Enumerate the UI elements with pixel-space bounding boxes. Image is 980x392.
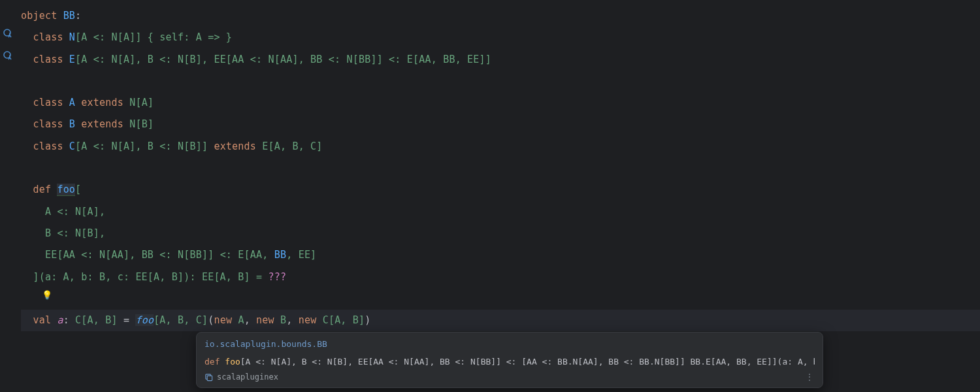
module-icon [204, 373, 213, 382]
method-decl-foo[interactable]: foo [57, 184, 75, 196]
kebab-icon[interactable]: ⋮ [805, 372, 815, 382]
code-line[interactable]: B <: N[B], [21, 223, 980, 244]
code-line[interactable]: def foo[ [21, 179, 980, 201]
bulb-icon[interactable]: 💡 [42, 290, 52, 300]
code-line[interactable]: object BB: [21, 5, 980, 27]
implements-icon[interactable] [2, 27, 14, 39]
svg-rect-3 [207, 376, 212, 380]
code-line[interactable]: A <: N[A], [21, 201, 980, 223]
code-line[interactable]: class N[A <: N[A]] { self: A => } [21, 27, 980, 48]
popup-signature: def foo[A <: N[A], B <: N[B], EE[AA <: N… [204, 357, 815, 367]
code-line[interactable]: ](a: A, b: B, c: EE[A, B]): EE[A, B] = ?… [21, 267, 980, 288]
code-line[interactable]: EE[AA <: N[AA], BB <: N[BB]] <: E[AA, BB… [21, 244, 980, 266]
code-line[interactable]: class A extends N[A] [21, 92, 980, 114]
code-line[interactable]: class E[A <: N[A], B <: N[B], EE[AA <: N… [21, 49, 980, 71]
method-usage-foo[interactable]: foo [135, 314, 154, 326]
code-line[interactable] [21, 288, 980, 310]
popup-package: io.scalaplugin.bounds.BB [204, 339, 815, 349]
quick-doc-popup[interactable]: io.scalaplugin.bounds.BB def foo[A <: N[… [196, 332, 823, 388]
code-line-current[interactable]: val a: C[A, B] = foo[A, B, C](new A, new… [21, 310, 980, 331]
code-line[interactable]: class C[A <: N[A], B <: N[B]] extends E[… [21, 136, 980, 157]
code-line[interactable] [21, 157, 980, 179]
code-line[interactable] [21, 71, 980, 92]
code-editor[interactable]: object BB: class N[A <: N[A]] { self: A … [21, 0, 980, 331]
code-line[interactable]: class B extends N[B] [21, 114, 980, 135]
editor-gutter [0, 0, 18, 392]
popup-module: scalapluginex [204, 372, 278, 382]
implements-icon[interactable] [2, 50, 14, 61]
